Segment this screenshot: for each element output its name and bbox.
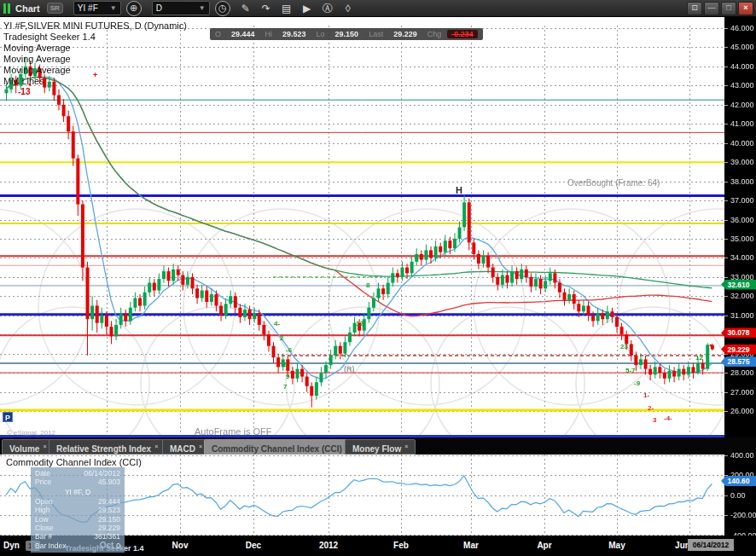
tab-volume[interactable]: Volume× bbox=[2, 439, 54, 455]
play-icon[interactable]: ▶ bbox=[299, 2, 316, 15]
auto-analysis-icon[interactable]: Ⓐ bbox=[319, 2, 336, 15]
cci-axis-label: 400.00 bbox=[730, 451, 754, 460]
last-date-badge: 06/14/2012 bbox=[688, 539, 734, 551]
price-chart-canvas[interactable] bbox=[0, 17, 724, 437]
dw-row: Close29.229 bbox=[31, 524, 125, 532]
window-controls: ⊡ — □ × bbox=[687, 2, 753, 15]
dw-row: Low29.150 bbox=[31, 515, 125, 524]
dw-row: Date06/14/2012 bbox=[31, 469, 125, 478]
seeker-annotation: 8 bbox=[283, 362, 287, 368]
seeker-annotation: + bbox=[93, 72, 97, 79]
price-axis-label: 46.000 bbox=[730, 24, 754, 32]
quote-label: Chg bbox=[427, 30, 442, 38]
price-badge: 30.078 bbox=[721, 327, 756, 338]
dw-title: YI #F, D bbox=[31, 487, 125, 497]
time-interval-button[interactable]: ◷ bbox=[215, 1, 230, 16]
month-label-feb: Feb bbox=[393, 541, 409, 550]
price-axis-label: 27.000 bbox=[730, 388, 754, 397]
eraser-icon[interactable]: ◊ bbox=[340, 2, 357, 15]
minimize-button[interactable]: — bbox=[704, 2, 719, 15]
price-axis-label: 43.000 bbox=[730, 81, 754, 90]
dyn-mode-toggle[interactable]: Dyn bbox=[3, 541, 20, 550]
tab-commodity-channel-index-cci-[interactable]: Commodity Channel Index (CCI)× bbox=[204, 439, 357, 455]
cci-value-badge: 140.60 bbox=[721, 476, 756, 486]
symbol-description: YI #F,SILVER MINI FUTURES, D (Dynamic) bbox=[3, 20, 187, 32]
chevron-down-icon: ▼ bbox=[199, 2, 206, 14]
seeker-annotation: -6 bbox=[286, 347, 292, 354]
retracement-tool-icon[interactable]: ↷ bbox=[258, 2, 275, 15]
seeker-annotation: 4- bbox=[274, 321, 280, 327]
quote-summary-bar: O29.444Hi29.523Lo29.150Last29.229Chg-0.2… bbox=[210, 28, 483, 40]
draw-pencil-icon[interactable]: ✎ bbox=[237, 2, 254, 15]
seeker-annotation: 8 bbox=[366, 282, 369, 289]
seeker-annotation: 3 bbox=[653, 417, 656, 424]
price-axis-label: 39.000 bbox=[730, 158, 754, 166]
price-axis-label: 44.000 bbox=[730, 62, 754, 71]
seeker-annotation: 2- bbox=[648, 405, 654, 412]
quote-label: Last bbox=[369, 30, 383, 38]
cci-axis-label: -200.00 bbox=[730, 511, 756, 519]
hotlist-icon[interactable]: ▤ bbox=[278, 2, 295, 15]
window-title: Chart bbox=[15, 3, 40, 14]
study-label-ma3[interactable]: Moving Average bbox=[3, 65, 71, 76]
month-label-nov: Nov bbox=[172, 541, 189, 550]
seeker-annotation: ● bbox=[709, 343, 712, 347]
study-label-tradesight[interactable]: Tradesight Seeker 1.4 bbox=[3, 32, 96, 43]
price-axis-label: 36.000 bbox=[730, 216, 754, 224]
price-axis-label: 26.000 bbox=[730, 407, 754, 415]
quote-value: -0.234 bbox=[447, 30, 478, 38]
month-label-apr: Apr bbox=[537, 541, 551, 550]
study-label-ma2[interactable]: Moving Average bbox=[3, 54, 71, 65]
window-toolbar: Chart SR YI #F ▼ ⊕ D ▼ ◷ ✎↷▤▶Ⓐ◊ ⊡ — □ × bbox=[0, 0, 756, 17]
dw-row: Bar Index0 bbox=[31, 542, 125, 550]
tab-close-icon[interactable]: × bbox=[199, 443, 202, 449]
quote-value: 29.150 bbox=[331, 30, 363, 38]
dw-row: Price45.903 bbox=[31, 478, 125, 486]
symbol-value: YI #F bbox=[78, 2, 98, 14]
seeker-annotation: -4- bbox=[664, 415, 672, 422]
price-badge: 29.229 bbox=[721, 345, 756, 355]
price-axis-label: 42.000 bbox=[730, 101, 754, 109]
interval-dropdown[interactable]: D ▼ bbox=[152, 1, 210, 15]
seeker-annotation: 23 bbox=[620, 344, 628, 350]
tab-close-icon[interactable]: × bbox=[404, 443, 408, 449]
quote-value: 29.229 bbox=[389, 30, 422, 38]
seeker-annotation: (R) bbox=[344, 366, 355, 374]
price-axis-label: 45.000 bbox=[730, 43, 754, 51]
link-group-badge[interactable]: SR bbox=[47, 3, 63, 14]
tab-money-flow[interactable]: Money Flow× bbox=[345, 439, 416, 455]
interval-value: D bbox=[156, 2, 162, 14]
toolbar-icons: ✎↷▤▶Ⓐ◊ bbox=[234, 2, 357, 15]
seeker-annotation: 9 bbox=[286, 374, 289, 380]
price-axis-label: 35.000 bbox=[730, 235, 754, 243]
tab-close-icon[interactable]: × bbox=[154, 443, 158, 449]
tab-macd[interactable]: MACD× bbox=[162, 439, 210, 455]
price-badge: 32.610 bbox=[721, 280, 756, 290]
clock-icon: ◷ bbox=[218, 3, 227, 13]
study-label-mmlines[interactable]: MM Lines bbox=[3, 76, 44, 87]
restore-button[interactable]: ⊡ bbox=[687, 2, 702, 15]
tab-close-icon[interactable]: × bbox=[43, 443, 46, 449]
symbol-dropdown[interactable]: YI #F ▼ bbox=[73, 1, 121, 15]
quote-label: Hi bbox=[265, 30, 273, 38]
close-button[interactable]: × bbox=[738, 2, 753, 15]
chart-window: Chart SR YI #F ▼ ⊕ D ▼ ◷ ✎↷▤▶Ⓐ◊ ⊡ — □ × … bbox=[0, 0, 756, 556]
seeker-annotation: H bbox=[456, 186, 462, 195]
quote-value: 29.523 bbox=[278, 30, 311, 38]
maximize-button[interactable]: □ bbox=[721, 2, 736, 15]
dw-row: High29.523 bbox=[31, 506, 125, 514]
globe-icon: ⊕ bbox=[130, 3, 137, 13]
chevron-down-icon: ▼ bbox=[110, 2, 117, 14]
tab-relative-strength-index[interactable]: Relative Strength Index× bbox=[49, 439, 166, 455]
symbol-lookup-button[interactable]: ⊕ bbox=[126, 1, 142, 16]
cci-panel-title: Commodity Channel Index (CCI) bbox=[6, 457, 142, 467]
study-tabbar: Volume×Relative Strength Index×MACD×Comm… bbox=[0, 437, 756, 455]
price-axis-label: 32.000 bbox=[730, 292, 754, 300]
data-window-tooltip: Date06/14/2012 Price45.903 YI #F, D Open… bbox=[31, 467, 125, 553]
overbought-label: OverBought (Frame: 64) bbox=[567, 178, 660, 188]
price-axis-label: 38.000 bbox=[730, 177, 754, 186]
study-label-ma1[interactable]: Moving Average bbox=[3, 43, 71, 54]
pivot-marker-badge[interactable]: P bbox=[3, 412, 13, 422]
quote-label: O bbox=[215, 30, 221, 38]
price-axis-label: 34.000 bbox=[730, 253, 754, 262]
